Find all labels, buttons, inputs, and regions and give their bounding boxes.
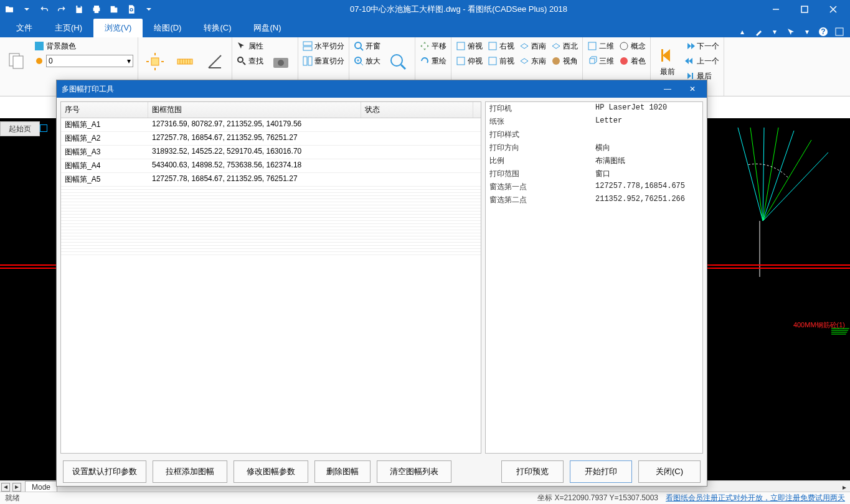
camera-button[interactable] [267,39,295,85]
bottomview-button[interactable]: 仰视 [454,54,484,68]
doc-tab-start[interactable]: 起始页 [0,121,40,136]
table-row[interactable]: 图幅第_A3318932.52, 14525.22, 529170.45, 16… [61,146,481,159]
start-print-button[interactable]: 开始打印 [570,460,632,483]
menu-draw[interactable]: 绘图(D) [143,19,192,37]
redraw-button[interactable]: 重绘 [418,54,448,68]
nw-button[interactable]: 西北 [549,39,580,54]
th-no[interactable]: 序号 [61,102,148,118]
hscroll-right-icon[interactable]: ▸ [843,483,850,492]
prop-row[interactable]: 打印方向横向 [486,141,702,154]
maximize-button[interactable] [790,0,819,19]
rightview-button[interactable]: 右视 [486,39,516,54]
menu-cloud[interactable]: 网盘(N) [242,19,292,37]
status-promo-link[interactable]: 看图纸会员注册正式对外开放，立即注册免费试用两天 [666,493,845,503]
close-button[interactable] [819,0,848,19]
table-row[interactable]: 图幅第_A5127257.78, 16854.67, 211352.95, 76… [61,173,481,187]
table-row[interactable]: 图幅第_A1127316.59, 80782.97, 211352.95, 14… [61,118,481,132]
add-frame-button[interactable]: 拉框添加图幅 [153,460,227,483]
shade-button[interactable]: 着色 [617,54,648,68]
prop-row[interactable]: 窗选第一点127257.778,16854.675 [486,180,702,194]
layer-dropdown[interactable]: 0▾ [32,54,135,68]
first-button[interactable]: 最前 [653,39,682,83]
menu-home[interactable]: 主页(H) [44,19,93,37]
scroll-right-icon[interactable]: ▸ [12,483,21,492]
set-default-button[interactable]: 设置默认打印参数 [63,460,146,483]
undo-icon[interactable] [37,2,51,16]
toggle-panel-icon[interactable] [40,124,47,132]
cell-range: 127257.78, 16854.67, 211352.95, 76251.27 [148,132,361,145]
svg-rect-8 [35,42,44,50]
prop-row[interactable]: 纸张Letter [486,115,702,128]
prop-row[interactable]: 打印样式 [486,128,702,141]
table-row[interactable]: 图幅第_A2127257.78, 16854.67, 211352.95, 76… [61,132,481,146]
dialog-titlebar[interactable]: 多图幅打印工具 — ✕ [57,80,707,98]
topview-button[interactable]: 俯视 [454,39,484,54]
prop-row[interactable]: 窗选第二点211352.952,76251.266 [486,194,702,207]
concept-button[interactable]: 概念 [617,39,648,54]
dialog-close-button[interactable]: ✕ [683,85,702,93]
zoom-button[interactable]: 放大 [352,54,382,68]
prop-row[interactable]: 打印机HP LaserJet 1020 [486,102,702,115]
svg-point-26 [552,57,560,65]
frontview-button[interactable]: 前视 [486,54,516,68]
cursor-icon[interactable] [785,26,796,37]
drop2-icon[interactable]: ▾ [801,26,813,37]
properties-button[interactable]: 属性 [235,39,265,54]
menu-file[interactable]: 文件 [5,19,44,37]
svg-rect-27 [588,42,596,50]
help-icon[interactable]: ? [818,26,829,37]
table-row[interactable] [61,252,481,255]
next-button[interactable]: 下一个 [683,39,721,54]
find-button[interactable]: 查找 [235,54,265,68]
measure-button[interactable] [171,39,199,85]
se-button[interactable]: 东南 [517,54,548,68]
exit-icon[interactable] [834,26,845,37]
2d-button[interactable]: 二维 [585,39,616,54]
extents-button[interactable] [141,39,169,85]
th-range[interactable]: 图框范围 [148,102,361,118]
modify-frame-button[interactable]: 修改图幅参数 [234,460,308,483]
dropdown-icon[interactable] [20,2,34,16]
scroll-left-icon[interactable]: ◂ [1,483,10,492]
save-icon[interactable] [72,2,86,16]
menu-convert[interactable]: 转换(C) [192,19,242,37]
vsplit-button[interactable]: 垂直切分 [301,54,346,68]
dialog-minimize-button[interactable]: — [658,85,677,93]
tool-icon[interactable] [753,26,764,37]
prop-key: 窗选第二点 [489,195,595,205]
sw-button[interactable]: 西南 [517,39,548,54]
prop-row[interactable]: 打印范围窗口 [486,167,702,180]
clear-frames-button[interactable]: 清空图幅列表 [377,460,451,483]
table-row[interactable]: 图幅第_A4543400.63, 14898.52, 753638.56, 16… [61,159,481,173]
close-dialog-button[interactable]: 关闭(C) [638,460,701,483]
pan-button[interactable]: 平移 [418,39,448,54]
bgcolor-button[interactable]: 背景颜色 [32,39,135,54]
hsplit-button[interactable]: 水平切分 [301,39,346,54]
open-file-icon[interactable] [2,2,16,16]
svg-point-12 [238,57,243,62]
menu-view[interactable]: 浏览(V) [93,19,143,37]
angle-button[interactable] [201,39,229,85]
svg-rect-2 [801,6,808,12]
drop-icon[interactable]: ▾ [769,26,780,37]
svg-text:?: ? [821,27,825,36]
zoom-extents-button[interactable] [384,39,412,85]
frame-list-table[interactable]: 序号 图框范围 状态 图幅第_A1127316.59, 80782.97, 21… [60,101,481,454]
minimize-button[interactable] [762,0,790,19]
layer-button[interactable] [2,39,31,83]
newwin-button[interactable]: 开窗 [352,39,382,54]
th-state[interactable]: 状态 [361,102,473,118]
qat-dropdown-icon[interactable] [142,2,156,16]
collapse-ribbon-icon[interactable]: ▴ [737,26,748,37]
prop-row[interactable]: 比例布满图纸 [486,154,702,167]
redo-icon[interactable] [55,2,68,16]
export-icon[interactable] [107,2,121,16]
viewangle-button[interactable]: 视角 [549,54,580,68]
print-preview-button[interactable]: 打印预览 [501,460,564,483]
delete-frame-button[interactable]: 删除图幅 [314,460,371,483]
search-doc-icon[interactable] [125,2,138,16]
prev-button[interactable]: 上一个 [683,54,721,68]
3d-button[interactable]: 三维 [585,54,616,68]
print-icon[interactable] [90,2,103,16]
menubar-right: ▴ ▾ ▾ ? [737,26,845,37]
